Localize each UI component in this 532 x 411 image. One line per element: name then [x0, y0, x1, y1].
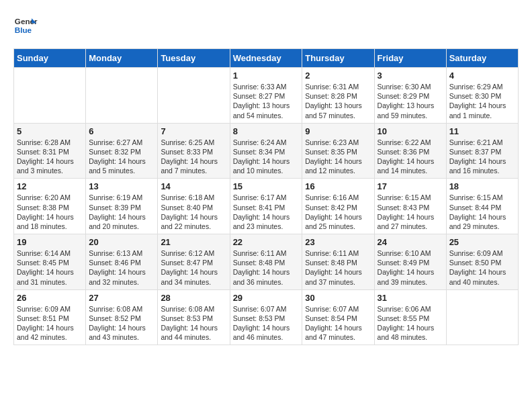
day-number: 1: [233, 71, 300, 81]
weekday-header-monday: Monday: [86, 49, 158, 68]
day-number: 2: [305, 71, 371, 81]
day-number: 24: [378, 237, 443, 247]
weekday-header-tuesday: Tuesday: [158, 49, 230, 68]
calendar-cell: 26Sunrise: 6:09 AM Sunset: 8:51 PM Dayli…: [14, 289, 86, 345]
day-info: Sunrise: 6:33 AM Sunset: 8:27 PM Dayligh…: [233, 82, 300, 120]
calendar-cell: 9Sunrise: 6:23 AM Sunset: 8:35 PM Daylig…: [302, 123, 374, 179]
day-info: Sunrise: 6:08 AM Sunset: 8:52 PM Dayligh…: [89, 304, 154, 342]
calendar-cell: 10Sunrise: 6:22 AM Sunset: 8:36 PM Dayli…: [374, 123, 446, 179]
day-number: 17: [378, 181, 443, 191]
day-info: Sunrise: 6:08 AM Sunset: 8:53 PM Dayligh…: [161, 304, 226, 342]
weekday-header-saturday: Saturday: [446, 49, 518, 68]
calendar-cell: 15Sunrise: 6:17 AM Sunset: 8:41 PM Dayli…: [230, 179, 302, 234]
day-number: 10: [378, 126, 443, 136]
weekday-header-friday: Friday: [374, 49, 446, 68]
logo-icon: General Blue: [13, 13, 38, 38]
day-info: Sunrise: 6:07 AM Sunset: 8:54 PM Dayligh…: [305, 304, 371, 342]
day-number: 31: [378, 293, 443, 303]
calendar-cell: 18Sunrise: 6:15 AM Sunset: 8:44 PM Dayli…: [446, 179, 518, 234]
day-info: Sunrise: 6:09 AM Sunset: 8:51 PM Dayligh…: [17, 304, 83, 342]
weekday-header-row: SundayMondayTuesdayWednesdayThursdayFrid…: [14, 49, 519, 68]
day-info: Sunrise: 6:15 AM Sunset: 8:43 PM Dayligh…: [378, 193, 443, 231]
calendar-cell: 12Sunrise: 6:20 AM Sunset: 8:38 PM Dayli…: [14, 179, 86, 234]
day-number: 26: [17, 293, 83, 303]
day-info: Sunrise: 6:11 AM Sunset: 8:48 PM Dayligh…: [233, 248, 300, 287]
day-info: Sunrise: 6:28 AM Sunset: 8:31 PM Dayligh…: [17, 138, 83, 176]
calendar-cell: [446, 289, 518, 345]
day-info: Sunrise: 6:25 AM Sunset: 8:33 PM Dayligh…: [161, 138, 226, 176]
day-number: 8: [233, 126, 300, 136]
day-info: Sunrise: 6:11 AM Sunset: 8:48 PM Dayligh…: [305, 248, 371, 287]
day-number: 14: [161, 181, 226, 191]
day-number: 19: [17, 237, 83, 247]
calendar-cell: 6Sunrise: 6:27 AM Sunset: 8:32 PM Daylig…: [86, 123, 158, 179]
day-info: Sunrise: 6:07 AM Sunset: 8:53 PM Dayligh…: [233, 304, 300, 342]
calendar-cell: 16Sunrise: 6:16 AM Sunset: 8:42 PM Dayli…: [302, 179, 374, 234]
calendar-cell: 11Sunrise: 6:21 AM Sunset: 8:37 PM Dayli…: [446, 123, 518, 179]
day-info: Sunrise: 6:29 AM Sunset: 8:30 PM Dayligh…: [449, 82, 515, 120]
day-number: 15: [233, 181, 300, 191]
day-number: 13: [89, 181, 154, 191]
day-number: 3: [378, 71, 443, 81]
day-info: Sunrise: 6:16 AM Sunset: 8:42 PM Dayligh…: [305, 193, 371, 231]
day-info: Sunrise: 6:09 AM Sunset: 8:50 PM Dayligh…: [449, 248, 515, 287]
day-number: 7: [161, 126, 226, 136]
day-number: 21: [161, 237, 226, 247]
calendar-cell: 1Sunrise: 6:33 AM Sunset: 8:27 PM Daylig…: [230, 68, 302, 124]
day-info: Sunrise: 6:15 AM Sunset: 8:44 PM Dayligh…: [449, 193, 515, 231]
week-row-5: 26Sunrise: 6:09 AM Sunset: 8:51 PM Dayli…: [14, 289, 519, 345]
day-number: 25: [449, 237, 515, 247]
day-info: Sunrise: 6:23 AM Sunset: 8:35 PM Dayligh…: [305, 138, 371, 176]
day-info: Sunrise: 6:14 AM Sunset: 8:45 PM Dayligh…: [17, 248, 83, 287]
day-info: Sunrise: 6:17 AM Sunset: 8:41 PM Dayligh…: [233, 193, 300, 231]
calendar-table: SundayMondayTuesdayWednesdayThursdayFrid…: [13, 48, 519, 345]
calendar-cell: 2Sunrise: 6:31 AM Sunset: 8:28 PM Daylig…: [302, 68, 374, 124]
day-info: Sunrise: 6:06 AM Sunset: 8:55 PM Dayligh…: [378, 304, 443, 342]
calendar-cell: [14, 68, 86, 124]
calendar-cell: 14Sunrise: 6:18 AM Sunset: 8:40 PM Dayli…: [158, 179, 230, 234]
day-number: 12: [17, 181, 83, 191]
week-row-1: 1Sunrise: 6:33 AM Sunset: 8:27 PM Daylig…: [14, 68, 519, 124]
day-number: 28: [161, 293, 226, 303]
day-info: Sunrise: 6:12 AM Sunset: 8:47 PM Dayligh…: [161, 248, 226, 287]
day-number: 18: [449, 181, 515, 191]
day-number: 29: [233, 293, 300, 303]
day-number: 6: [89, 126, 154, 136]
svg-text:Blue: Blue: [15, 26, 32, 34]
weekday-header-sunday: Sunday: [14, 49, 86, 68]
calendar-cell: 17Sunrise: 6:15 AM Sunset: 8:43 PM Dayli…: [374, 179, 446, 234]
day-number: 30: [305, 293, 371, 303]
calendar-cell: 30Sunrise: 6:07 AM Sunset: 8:54 PM Dayli…: [302, 289, 374, 345]
week-row-3: 12Sunrise: 6:20 AM Sunset: 8:38 PM Dayli…: [14, 179, 519, 234]
day-number: 9: [305, 126, 371, 136]
calendar-cell: 22Sunrise: 6:11 AM Sunset: 8:48 PM Dayli…: [230, 234, 302, 290]
day-number: 22: [233, 237, 300, 247]
day-number: 5: [17, 126, 83, 136]
calendar-cell: 4Sunrise: 6:29 AM Sunset: 8:30 PM Daylig…: [446, 68, 518, 124]
weekday-header-wednesday: Wednesday: [230, 49, 302, 68]
weekday-header-thursday: Thursday: [302, 49, 374, 68]
calendar-cell: 28Sunrise: 6:08 AM Sunset: 8:53 PM Dayli…: [158, 289, 230, 345]
calendar-cell: 20Sunrise: 6:13 AM Sunset: 8:46 PM Dayli…: [86, 234, 158, 290]
calendar-cell: 25Sunrise: 6:09 AM Sunset: 8:50 PM Dayli…: [446, 234, 518, 290]
calendar-cell: 13Sunrise: 6:19 AM Sunset: 8:39 PM Dayli…: [86, 179, 158, 234]
day-number: 23: [305, 237, 371, 247]
calendar-cell: 23Sunrise: 6:11 AM Sunset: 8:48 PM Dayli…: [302, 234, 374, 290]
day-info: Sunrise: 6:27 AM Sunset: 8:32 PM Dayligh…: [89, 138, 154, 176]
calendar-cell: 24Sunrise: 6:10 AM Sunset: 8:49 PM Dayli…: [374, 234, 446, 290]
page-header: General Blue: [13, 13, 519, 38]
day-info: Sunrise: 6:10 AM Sunset: 8:49 PM Dayligh…: [378, 248, 443, 287]
day-number: 27: [89, 293, 154, 303]
day-number: 20: [89, 237, 154, 247]
logo: General Blue: [13, 13, 38, 38]
day-info: Sunrise: 6:22 AM Sunset: 8:36 PM Dayligh…: [378, 138, 443, 176]
day-info: Sunrise: 6:24 AM Sunset: 8:34 PM Dayligh…: [233, 138, 300, 176]
calendar-cell: 3Sunrise: 6:30 AM Sunset: 8:29 PM Daylig…: [374, 68, 446, 124]
calendar-cell: [158, 68, 230, 124]
day-number: 11: [449, 126, 515, 136]
calendar-cell: 31Sunrise: 6:06 AM Sunset: 8:55 PM Dayli…: [374, 289, 446, 345]
day-number: 16: [305, 181, 371, 191]
calendar-cell: 7Sunrise: 6:25 AM Sunset: 8:33 PM Daylig…: [158, 123, 230, 179]
week-row-4: 19Sunrise: 6:14 AM Sunset: 8:45 PM Dayli…: [14, 234, 519, 290]
day-info: Sunrise: 6:19 AM Sunset: 8:39 PM Dayligh…: [89, 193, 154, 231]
